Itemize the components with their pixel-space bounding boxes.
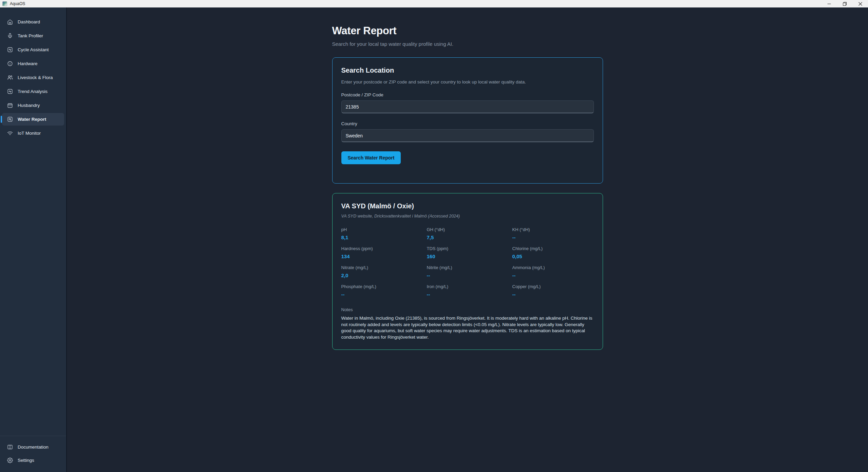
parameter-value: --: [341, 291, 423, 297]
sidebar-item-label: Cycle Assistant: [18, 47, 49, 52]
info-icon: [7, 61, 13, 67]
notes-text: Water in Malmö, including Oxie (21385), …: [341, 315, 594, 341]
gear-icon: [7, 457, 13, 463]
activity-icon: [7, 89, 13, 94]
parameter-label: Chlorine (mg/L): [512, 246, 594, 251]
sidebar-item-trend-analysis[interactable]: Trend Analysis: [2, 85, 64, 98]
parameter-cell: GH (°dH) 7,5: [427, 227, 508, 240]
parameter-label: Nitrate (mg/L): [341, 265, 423, 270]
sidebar-item-label: Settings: [18, 458, 34, 463]
water-report-result-card: VA SYD (Malmö / Oxie) VA SYD website, Dr…: [332, 193, 603, 350]
parameter-value: --: [512, 272, 594, 278]
minimize-button[interactable]: [821, 0, 837, 7]
search-card-description: Enter your postcode or ZIP code and sele…: [341, 79, 594, 84]
parameter-label: Nitrite (mg/L): [427, 265, 508, 270]
parameter-cell: Nitrite (mg/L) --: [427, 265, 508, 278]
parameter-cell: Chlorine (mg/L) 0,05: [512, 246, 594, 259]
sidebar-nav: Dashboard Tank Profiler Cycle Assistant …: [0, 15, 66, 140]
parameter-grid: pH 8,1 GH (°dH) 7,5 KH (°dH) -- Hardness…: [341, 227, 594, 297]
sidebar-item-settings[interactable]: Settings: [2, 454, 64, 467]
parameter-label: Hardness (ppm): [341, 246, 423, 251]
search-card-title: Search Location: [341, 67, 594, 74]
parameter-cell: Ammonia (mg/L) --: [512, 265, 594, 278]
search-water-report-button[interactable]: Search Water Report: [341, 151, 401, 164]
parameter-value: 7,5: [427, 234, 508, 240]
sidebar-item-tank-profiler[interactable]: Tank Profiler: [2, 30, 64, 42]
microphone-icon: [7, 33, 13, 39]
sidebar-item-label: Dashboard: [18, 19, 40, 24]
main-content: Water Report Search for your local tap w…: [67, 7, 868, 472]
parameter-label: Copper (mg/L): [512, 284, 594, 289]
sidebar-item-label: Documentation: [18, 445, 49, 450]
parameter-label: TDS (ppm): [427, 246, 508, 251]
sidebar-item-label: Hardware: [18, 61, 38, 66]
parameter-cell: TDS (ppm) 160: [427, 246, 508, 259]
parameter-cell: Iron (mg/L) --: [427, 284, 508, 297]
parameter-cell: Nitrate (mg/L) 2,0: [341, 265, 423, 278]
parameter-label: Ammonia (mg/L): [512, 265, 594, 270]
parameter-value: 8,1: [341, 234, 423, 240]
close-icon: [858, 2, 862, 6]
parameter-cell: Copper (mg/L) --: [512, 284, 594, 297]
calendar-icon: [7, 102, 13, 108]
sidebar-footer: Documentation Settings: [0, 436, 66, 472]
search-location-card: Search Location Enter your postcode or Z…: [332, 57, 603, 184]
parameter-cell: pH 8,1: [341, 227, 423, 240]
country-label: Country: [341, 121, 594, 126]
postcode-input[interactable]: [341, 100, 594, 113]
sidebar-item-livestock-flora[interactable]: Livestock & Flora: [2, 71, 64, 84]
country-input[interactable]: [341, 129, 594, 142]
active-indicator: [1, 116, 2, 123]
parameter-value: --: [427, 291, 508, 297]
documentation-icon: [7, 444, 13, 450]
parameter-value: 134: [341, 253, 423, 259]
parameter-label: KH (°dH): [512, 227, 594, 232]
users-icon: [7, 75, 13, 80]
parameter-value: 0,05: [512, 253, 594, 259]
sidebar-item-label: Livestock & Flora: [18, 75, 53, 80]
parameter-label: Iron (mg/L): [427, 284, 508, 289]
parameter-label: pH: [341, 227, 423, 232]
sidebar-item-hardware[interactable]: Hardware: [2, 57, 64, 70]
sidebar-item-cycle-assistant[interactable]: Cycle Assistant: [2, 43, 64, 56]
parameter-label: Phosphate (mg/L): [341, 284, 423, 289]
result-card-source: VA SYD website, Dricksvattenkvalitet i M…: [341, 214, 594, 219]
page-subtitle: Search for your local tap water quality …: [332, 41, 603, 47]
restore-icon: [843, 2, 847, 6]
sidebar-item-label: Trend Analysis: [18, 89, 48, 94]
sidebar-item-documentation[interactable]: Documentation: [2, 441, 64, 453]
sidebar-item-husbandry[interactable]: Husbandry: [2, 99, 64, 112]
sidebar-item-label: IoT Monitor: [18, 131, 41, 136]
window-controls: [821, 0, 868, 7]
page-title: Water Report: [332, 25, 603, 37]
parameter-cell: Phosphate (mg/L) --: [341, 284, 423, 297]
sidebar-item-dashboard[interactable]: Dashboard: [2, 16, 64, 28]
activity-icon: [7, 47, 13, 53]
window-title: AquaOS: [10, 1, 25, 6]
sidebar-item-label: Water Report: [18, 117, 46, 122]
close-button[interactable]: [852, 0, 868, 7]
notes-label: Notes: [341, 307, 594, 312]
sidebar-item-label: Husbandry: [18, 103, 40, 108]
parameter-value: 2,0: [341, 272, 423, 278]
sidebar: Dashboard Tank Profiler Cycle Assistant …: [0, 7, 67, 472]
sidebar-item-iot-monitor[interactable]: IoT Monitor: [2, 127, 64, 139]
sidebar-item-label: Tank Profiler: [18, 33, 43, 38]
titlebar: AquaOS: [0, 0, 868, 7]
home-icon: [7, 19, 13, 25]
minimize-icon: [827, 2, 831, 6]
restore-button[interactable]: [837, 0, 852, 7]
parameter-cell: Hardness (ppm) 134: [341, 246, 423, 259]
postcode-label: Postcode / ZIP Code: [341, 92, 594, 97]
parameter-value: --: [427, 272, 508, 278]
wifi-icon: [7, 130, 13, 136]
sidebar-item-water-report[interactable]: Water Report: [2, 113, 64, 126]
search-icon: [7, 116, 13, 122]
app-logo-icon: [2, 1, 7, 6]
parameter-label: GH (°dH): [427, 227, 508, 232]
parameter-value: --: [512, 291, 594, 297]
parameter-value: 160: [427, 253, 508, 259]
result-card-title: VA SYD (Malmö / Oxie): [341, 202, 594, 210]
parameter-cell: KH (°dH) --: [512, 227, 594, 240]
parameter-value: --: [512, 234, 594, 240]
